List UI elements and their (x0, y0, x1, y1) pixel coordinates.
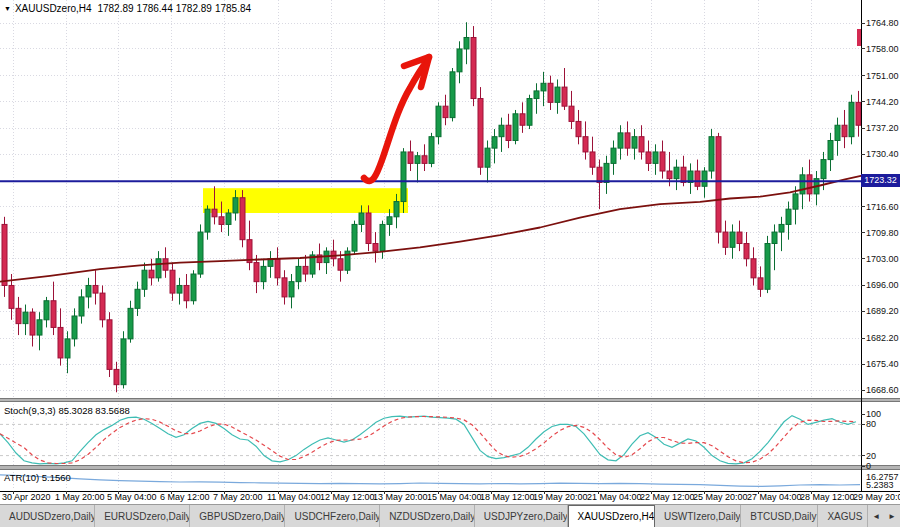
tab-usdjpyzero-daily[interactable]: USDJPYzero,Daily (475, 505, 568, 527)
candle-up (765, 244, 770, 290)
candle-down (478, 99, 483, 168)
candle-down (303, 266, 308, 274)
candle-up (387, 217, 392, 225)
candle-up (128, 308, 133, 339)
price-tick: 1689.20 (866, 306, 899, 316)
panel-splitter-2[interactable] (0, 465, 900, 470)
tab-xagus[interactable]: XAGUS (818, 505, 868, 527)
candle-down (639, 137, 644, 152)
candle-down (114, 369, 119, 384)
candle-down (93, 285, 98, 293)
time-tick: 6 May 12:00 (160, 492, 210, 502)
candle-up (23, 312, 28, 323)
candle-up (401, 152, 406, 202)
symbol-dropdown-icon[interactable]: ▼ (4, 5, 11, 12)
candle-down (282, 278, 287, 297)
candle-down (373, 244, 378, 252)
candle-down (30, 312, 35, 335)
ohlc-low: 1782.89 (176, 3, 212, 14)
candle-up (772, 232, 777, 243)
candle-down (856, 102, 861, 125)
candle-down (240, 198, 245, 240)
time-tick: 15 May 04:00 (427, 492, 482, 502)
tab-scroll-right[interactable]: ► (884, 505, 900, 527)
time-tick: 25 May 20:00 (693, 492, 748, 502)
tab-nzdusdzero-daily[interactable]: NZDUSDzero,Daily (380, 505, 475, 527)
tab-scroll-left[interactable]: ◄ (868, 505, 884, 527)
candle-down (751, 259, 756, 278)
candle-down (275, 259, 280, 278)
candle-down (100, 293, 105, 320)
candle-down (548, 83, 553, 102)
candle-down (597, 167, 602, 182)
candle-up (44, 301, 49, 320)
price-tick: 1696.00 (866, 280, 899, 290)
candle-up (800, 175, 805, 194)
candle-down (569, 106, 574, 121)
candle-down (408, 152, 413, 163)
stoch-level-label: 80 (866, 419, 876, 429)
price-tick: 1709.80 (866, 228, 899, 238)
candle-up (541, 83, 546, 91)
right-edge-red-mark (857, 29, 861, 46)
time-axis[interactable]: 30 Apr 20201 May 20:005 May 04:006 May 1… (0, 492, 900, 504)
candle-down (506, 125, 511, 140)
time-tick: 11 May 04:00 (267, 492, 321, 502)
candle-down (576, 121, 581, 136)
candle-up (786, 209, 791, 224)
candle-down (9, 285, 14, 308)
candle-down (170, 270, 175, 293)
candle-up (828, 141, 833, 160)
candle-up (618, 133, 623, 148)
stoch-level-label: 0 (866, 461, 871, 471)
candle-up (289, 282, 294, 297)
tab-uswtizero-daily[interactable]: USWTIzero,Daily (655, 505, 741, 527)
time-tick: 7 May 20:00 (213, 492, 263, 502)
candle-up (156, 259, 161, 278)
time-tick: 27 May 04:00 (747, 492, 802, 502)
candle-up (380, 224, 385, 251)
candle-up (233, 198, 238, 213)
candle-down (807, 175, 812, 194)
candle-up (499, 125, 504, 136)
candle-up (653, 152, 658, 163)
candle-down (646, 152, 651, 163)
candle-down (149, 270, 154, 278)
candle-up (436, 106, 441, 137)
tab-audusdzero-daily[interactable]: AUDUSDzero,Daily (0, 505, 95, 527)
candle-up (464, 37, 469, 48)
tab-gbpusdzero-daily[interactable]: GBPUSDzero,Daily (190, 505, 285, 527)
candle-up (352, 224, 357, 251)
price-chart-canvas[interactable] (0, 0, 900, 527)
price-tick: 1668.60 (866, 385, 899, 395)
candle-down (184, 285, 189, 300)
candle-down (520, 114, 525, 125)
price-tick: 1744.20 (866, 97, 899, 107)
tab-eurusdzero-daily[interactable]: EURUSDzero,Daily (95, 505, 190, 527)
tab-xauusdzero-h4[interactable]: XAUUSDzero,H4 (568, 505, 655, 527)
candle-up (674, 167, 679, 178)
candle-down (723, 232, 728, 247)
time-tick: 21 May 04:00 (587, 492, 642, 502)
candle-up (730, 232, 735, 247)
candle-up (450, 72, 455, 118)
candle-up (65, 339, 70, 358)
price-tick: 1764.80 (866, 18, 899, 28)
atr-line (0, 475, 860, 487)
panel-splitter-1[interactable] (0, 398, 900, 402)
candle-down (590, 152, 595, 167)
price-axis[interactable]: 1764.801758.001751.001744.201737.201730.… (862, 0, 900, 504)
candle-up (632, 137, 637, 148)
candle-up (849, 102, 854, 136)
candle-up (555, 87, 560, 102)
current-price-label: 1723.32 (861, 174, 900, 187)
chart-header: ▼XAUUSDzero,H4 1782.891786.441782.891785… (4, 3, 254, 14)
tab-btcusd-daily[interactable]: BTCUSD,Daily (741, 505, 818, 527)
candle-up (835, 125, 840, 140)
candle-up (534, 91, 539, 99)
candle-down (2, 224, 7, 285)
candle-up (226, 213, 231, 224)
candle-up (415, 156, 420, 164)
candle-up (191, 274, 196, 301)
tab-usdchfzero-daily[interactable]: USDCHFzero,Daily (285, 505, 380, 527)
